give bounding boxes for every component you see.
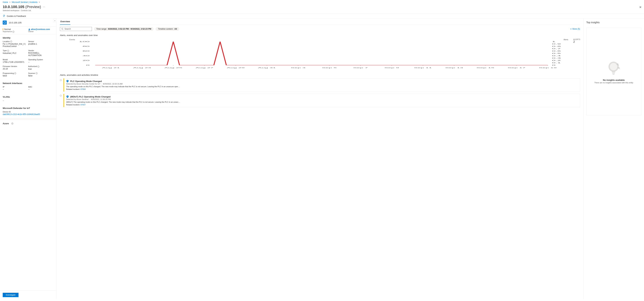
defender-section-title: Microsoft Defender for IoT [0, 104, 56, 111]
timeline-content-pill[interactable]: Timeline content : All [156, 27, 179, 31]
svg-text:20: 20 [82, 60, 90, 61]
type-value: Industrial | PLC [3, 52, 27, 54]
alerts-axis-label: Alerts [564, 38, 568, 40]
timeline-radio[interactable] [60, 95, 62, 96]
timeline-time: 8/25/2022, 12:30:25 PM [91, 98, 111, 100]
timeline-item[interactable]: (MDIoT) PLC Operating Mode Changed Detec… [60, 94, 580, 107]
owner-link[interactable]: alice@contoso.com [31, 28, 50, 30]
tab-overview[interactable]: Overview [60, 18, 70, 25]
vendor-label: Vendor [28, 50, 52, 52]
svg-text:Sep 15: Sep 15 [476, 67, 494, 68]
more-actions-icon[interactable]: ⋯ [43, 6, 45, 8]
info-icon[interactable]: i [36, 72, 38, 74]
timeline-radio[interactable] [60, 79, 62, 81]
breadcrumb-home[interactable]: Home [3, 1, 8, 3]
collapse-panel-icon[interactable]: « [53, 19, 56, 22]
svg-rect-53 [67, 81, 68, 81]
insights-empty-box: No insights available There are no insig… [586, 28, 641, 115]
timeline-item[interactable]: PLC Operating Mode Changed Detected by A… [60, 78, 580, 92]
divider [0, 118, 56, 120]
vendor-value: ROCKWELL AUTOMATION [28, 52, 52, 56]
svg-text:Sep 11: Sep 11 [414, 67, 432, 68]
guides-feedback-button[interactable]: Guides & Feedback [7, 15, 26, 17]
svg-point-2 [29, 28, 30, 30]
insights-title: Top insights [586, 18, 641, 28]
identity-section-title: Identity [0, 34, 56, 40]
device-id-link[interactable]: dab39013-c310-4e1b-8f5f-cb94b618aa83 [3, 113, 40, 116]
page-header: 10.0.100.105 (Preview) ⋯ Selected worksp… [0, 4, 644, 14]
entity-name: 10.0.100.105 [9, 22, 22, 24]
breadcrumb: Home > Microsoft Sentinel | Incidents > [0, 0, 644, 4]
shield-icon [66, 95, 69, 98]
related-incident-link[interactable]: 87937 [80, 104, 86, 106]
alerts-kpi: ALERTS 2 [572, 38, 580, 70]
location-value: Fa 1 | Production_line_4 | ProcessContro… [3, 43, 27, 48]
ip-value: -- [3, 88, 27, 90]
device-chip-icon [3, 20, 7, 24]
info-icon[interactable]: i [7, 50, 9, 52]
svg-text:0: 0 [552, 64, 556, 66]
svg-rect-60 [612, 73, 615, 74]
related-incident-label: Related incident: [66, 104, 80, 106]
timeline-section-title: Alerts, anomalies and activities timelin… [60, 74, 580, 76]
svg-text:Sep 3: Sep 3 [291, 67, 306, 68]
svg-text:40: 40 [82, 55, 90, 56]
info-icon[interactable]: i [14, 72, 16, 74]
info-icon[interactable]: i [10, 40, 12, 42]
ip-label: IP [3, 86, 27, 88]
chevron-down-icon [570, 28, 572, 30]
model-value: 1756-L71/B LOGIX5571 [3, 61, 27, 63]
firmware-label: Firmware Version [3, 65, 27, 67]
timeline-item-title: PLC Operating Mode Changed [70, 80, 102, 82]
related-incident-label: Related incident: [66, 88, 80, 90]
svg-text:Sep 9: Sep 9 [384, 67, 399, 68]
chart-title: Alerts, events and anomalies over time [60, 34, 580, 36]
svg-text:0.6: 0.6 [552, 50, 561, 52]
svg-text:Sep 7: Sep 7 [353, 67, 368, 68]
svg-text:Sep 5: Sep 5 [322, 67, 337, 68]
timeline-detected-by: Detected by Azure Sentinel [66, 98, 88, 100]
svg-text:Sep 17: Sep 17 [508, 67, 525, 68]
svg-text:Aug 21: Aug 21 [102, 67, 120, 68]
firmware-value: 20.19 [3, 68, 27, 70]
svg-point-58 [610, 63, 617, 70]
feedback-icon [3, 15, 6, 17]
related-incident-link[interactable]: 87858 [80, 88, 86, 90]
svg-point-3 [62, 28, 63, 30]
time-range-pill[interactable]: Time range : 8/20/2022, 3:52:23 PM - 9/1… [94, 27, 154, 31]
timeline-detected-by: Detected by Azure Security Center for Io… [66, 83, 100, 85]
info-icon[interactable]: i [12, 122, 13, 124]
info-icon[interactable]: i [12, 31, 14, 33]
workspace-name: Contoso Ltd. [21, 10, 31, 12]
svg-text:Sep 13: Sep 13 [445, 67, 463, 68]
svg-text:1: 1 [552, 41, 556, 42]
svg-rect-55 [67, 96, 68, 96]
timeline-list: PLC Operating Mode Changed Detected by A… [60, 78, 580, 107]
owner-label: Owner [28, 30, 54, 32]
timeline-description: (MDIoT) The operating mode on this PLC c… [66, 101, 180, 103]
insights-none-title: No insights available [603, 79, 625, 81]
os-label: Operating System [28, 58, 52, 60]
alerts-kpi-label: ALERTS [573, 38, 580, 40]
svg-text:0.8: 0.8 [552, 46, 561, 47]
svg-text:0.3: 0.3 [552, 57, 561, 59]
info-icon[interactable]: i [38, 66, 40, 68]
model-label: Model [3, 58, 27, 60]
close-icon[interactable]: ✕ [639, 6, 642, 9]
more-filters-link[interactable]: More (5) [570, 28, 580, 30]
svg-rect-52 [67, 81, 68, 81]
importance-value: Normal [4, 28, 11, 30]
investigate-button[interactable]: Investigate [3, 293, 18, 297]
sensor-label: Sensor [28, 40, 52, 42]
alerts-kpi-value: 2 [573, 40, 580, 44]
search-input[interactable]: Search [60, 27, 92, 31]
breadcrumb-separator: > [9, 1, 10, 3]
programming-label: Programming [3, 72, 14, 74]
person-icon [28, 28, 30, 30]
insights-none-subtitle: There are no insights associated with th… [594, 82, 633, 84]
svg-rect-59 [612, 72, 615, 72]
azure-section-title: Azure [3, 122, 9, 125]
breadcrumb-sentinel[interactable]: Microsoft Sentinel | Incidents [12, 1, 38, 3]
programming-value: false [3, 74, 27, 77]
svg-text:80: 80 [82, 46, 90, 47]
